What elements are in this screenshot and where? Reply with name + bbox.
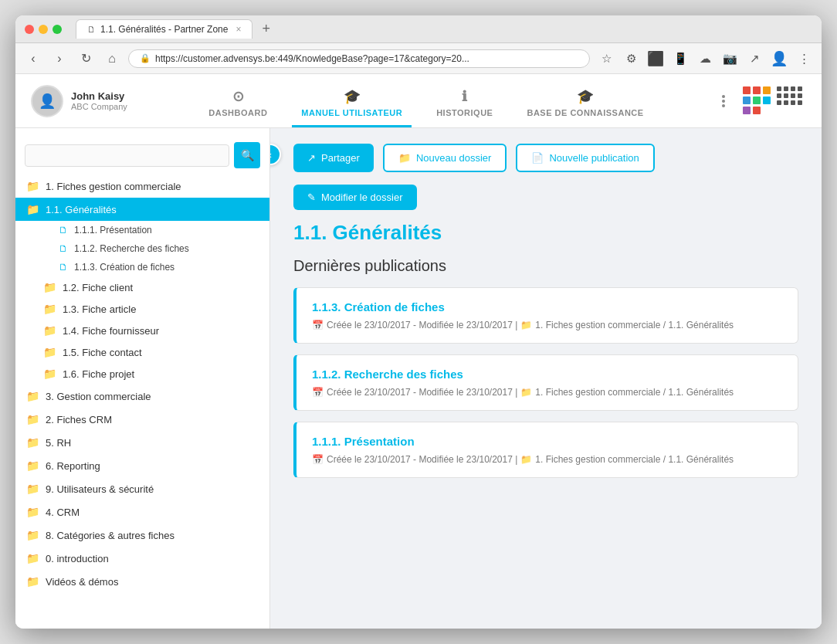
sidebar-item-reporting[interactable]: 📁 6. Reporting [15, 454, 269, 477]
refresh-button[interactable]: ↻ [76, 49, 96, 69]
tab-base-connaissance[interactable]: 🎓 BASE DE CONNAISSANCE [517, 74, 652, 127]
search-button[interactable]: 🔍 [234, 142, 260, 168]
pub-card-3-meta: 📅 Créée le 23/10/2017 - Modifiée le 23/1… [312, 454, 782, 465]
sidebar-item-rh[interactable]: 📁 5. RH [15, 431, 269, 454]
sidebar-item-presentation[interactable]: 🗋 1.1.1. Présentation [15, 221, 269, 239]
new-tab-button[interactable]: + [256, 19, 276, 39]
sidebar-item-videos[interactable]: 📁 Vidéos & démos [15, 570, 269, 593]
sidebar-item-creation[interactable]: 🗋 1.1.3. Création de fiches [15, 258, 269, 276]
page-title: 1.1. Généralités [293, 221, 798, 245]
pub-card-2-title[interactable]: 1.1.2. Recherche des fiches [312, 368, 782, 381]
lock-icon: 🔒 [140, 53, 151, 63]
sidebar-item-fiche-projet[interactable]: 📁 1.6. Fiche projet [15, 363, 269, 385]
share-button[interactable]: ↗ Partager [293, 144, 374, 172]
sidebar-item-utilisateurs[interactable]: 📁 9. Utilisateurs & sécurité [15, 477, 269, 500]
dots-menu[interactable] [712, 95, 735, 107]
folder-icon-gestion: 📁 [26, 390, 39, 402]
more-options-icon[interactable]: ⋮ [794, 49, 814, 69]
user-info: John Kaisy ABC Company [71, 90, 127, 111]
pub-card-2: 1.1.2. Recherche des fiches 📅 Créée le 2… [293, 354, 798, 411]
user-profile-icon[interactable]: 👤 [769, 49, 789, 69]
home-button[interactable]: ⌂ [102, 49, 122, 69]
pub-card-1-title[interactable]: 1.1.3. Création de fiches [312, 300, 782, 314]
svg-rect-13 [784, 93, 788, 98]
svg-rect-4 [753, 97, 761, 104]
extension-red-icon[interactable]: ⬛ [646, 49, 666, 69]
app-container: 👤 John Kaisy ABC Company ⊙ DASHBOARD 🎓 M… [15, 74, 822, 629]
pub-card-3-path: 1. Fiches gestion commerciale / 1.1. Gén… [535, 454, 734, 465]
tab-dashboard[interactable]: ⊙ DASHBOARD [199, 74, 276, 127]
file-icon-presentation: 🗋 [59, 225, 68, 236]
svg-rect-0 [743, 86, 751, 94]
sidebar-item-fiche-client[interactable]: 📁 1.2. Fiche client [15, 276, 269, 298]
svg-rect-11 [798, 86, 802, 91]
folder-icon-rh: 📁 [26, 436, 39, 449]
share-label: Partager [321, 152, 360, 164]
logo-dots-icon [777, 86, 806, 116]
historique-icon: ℹ [462, 88, 468, 105]
new-publication-button[interactable]: 📄 Nouvelle publication [516, 144, 654, 172]
sidebar-item-generalites[interactable]: 📁 1.1. Généralités [15, 198, 269, 221]
sidebar-item-gestion-commerciale[interactable]: 📁 3. Gestion commerciale [15, 385, 269, 408]
sidebar-item-fiche-fournisseur[interactable]: 📁 1.4. Fiche fournisseur [15, 320, 269, 341]
folder-icon-reporting: 📁 [26, 459, 39, 472]
user-company: ABC Company [71, 102, 127, 111]
app-topnav: 👤 John Kaisy ABC Company ⊙ DASHBOARD 🎓 M… [15, 74, 822, 128]
minimize-traffic-light[interactable] [39, 25, 48, 34]
new-folder-button[interactable]: 📁 Nouveau dossier [383, 144, 507, 172]
sidebar-label-crm: 4. CRM [46, 507, 80, 518]
sidebar-item-categories[interactable]: 📁 8. Catégories & autres fiches [15, 524, 269, 547]
svg-rect-10 [791, 86, 795, 91]
edit-folder-button[interactable]: ✎ Modifier le dossier [293, 185, 417, 210]
sidebar-label-fiche-fournisseur: 1.4. Fiche fournisseur [63, 325, 159, 337]
sidebar-item-recherche[interactable]: 🗋 1.1.2. Recherche des fiches [15, 239, 269, 258]
sidebar-label-gestion-commerciale: 3. Gestion commerciale [46, 391, 151, 402]
sidebar-label-fiches-crm: 2. Fiches CRM [46, 414, 112, 425]
close-traffic-light[interactable] [25, 25, 34, 34]
back-button[interactable]: ‹ [23, 49, 43, 69]
extension-share-icon[interactable]: ↗ [744, 49, 764, 69]
new-folder-label: Nouveau dossier [416, 152, 492, 164]
svg-rect-5 [763, 97, 771, 104]
extension-android-icon[interactable]: 📱 [670, 49, 690, 69]
svg-rect-7 [753, 107, 761, 114]
sidebar-item-fiche-contact[interactable]: 📁 1.5. Fiche contact [15, 341, 269, 363]
forward-button[interactable]: › [49, 49, 69, 69]
svg-rect-1 [753, 86, 761, 94]
extensions-icon[interactable]: ⚙ [621, 49, 641, 69]
sidebar-label-generalites: 1.1. Généralités [46, 204, 117, 215]
tab-bar: 🗋 1.1. Généralités - Partner Zone × + [76, 19, 812, 39]
svg-rect-14 [791, 93, 795, 98]
search-bar: 🔍 [15, 136, 269, 175]
browser-tab-active[interactable]: 🗋 1.1. Généralités - Partner Zone × [76, 19, 252, 39]
tab-historique[interactable]: ℹ HISTORIQUE [427, 74, 502, 127]
folder-icon-article: 📁 [43, 303, 56, 315]
tab-manuel-utilisateur[interactable]: 🎓 MANUEL UTILISATEUR [292, 74, 412, 127]
app-logo [743, 86, 806, 116]
tab-close-button[interactable]: × [236, 24, 241, 35]
svg-rect-16 [777, 100, 781, 105]
pub-card-3-title[interactable]: 1.1.1. Présentation [312, 435, 782, 448]
sidebar-item-fiches-gestion[interactable]: 📁 1. Fiches gestion commerciale [15, 175, 269, 198]
base-label: BASE DE CONNAISSANCE [527, 108, 643, 117]
pub-card-2-meta: 📅 Créée le 23/10/2017 - Modifiée le 23/1… [312, 387, 782, 398]
sidebar-item-crm[interactable]: 📁 4. CRM [15, 500, 269, 524]
bookmark-icon[interactable]: ☆ [596, 49, 616, 69]
sidebar-item-fiche-article[interactable]: 📁 1.3. Fiche article [15, 298, 269, 320]
maximize-traffic-light[interactable] [53, 25, 62, 34]
search-input[interactable] [25, 144, 229, 167]
dashboard-label: DASHBOARD [208, 108, 267, 117]
extension-cloud-icon[interactable]: ☁ [695, 49, 715, 69]
address-bar[interactable]: 🔒 https://customer.advensys.be:449/Knowl… [128, 49, 590, 68]
sidebar-label-fiche-article: 1.3. Fiche article [63, 303, 136, 315]
folder-icon-contact: 📁 [43, 346, 56, 358]
logo-colorful-icon [743, 86, 772, 116]
pub-card-1-meta: 📅 Créée le 23/10/2017 - Modifiée le 23/1… [312, 320, 782, 330]
sidebar-item-introduction[interactable]: 📁 0. introduction [15, 547, 269, 570]
share-icon: ↗ [307, 152, 316, 164]
extension-camera-icon[interactable]: 📷 [720, 49, 740, 69]
user-avatar: 👤 [31, 85, 63, 117]
sidebar-item-fiches-crm[interactable]: 📁 2. Fiches CRM [15, 408, 269, 431]
pub-card-1: 1.1.3. Création de fiches 📅 Créée le 23/… [293, 287, 798, 344]
pub-card-2-path: 1. Fiches gestion commerciale / 1.1. Gén… [535, 387, 734, 398]
